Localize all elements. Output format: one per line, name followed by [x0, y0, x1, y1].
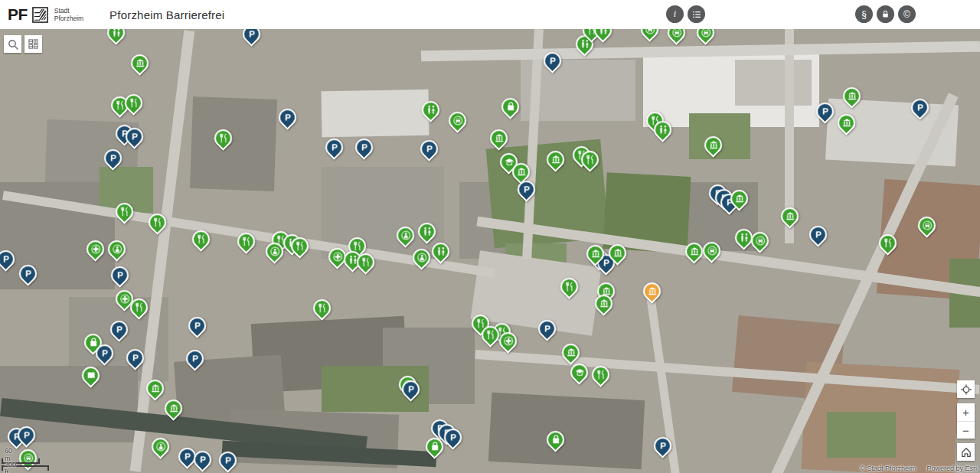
- parking-icon: P: [132, 354, 138, 363]
- info-button[interactable]: i: [666, 5, 684, 23]
- shopping-icon: [88, 338, 98, 347]
- parking-icon: P: [544, 325, 550, 334]
- imagery-patch: [190, 96, 277, 191]
- parking-icon: P: [248, 30, 254, 39]
- header-legal-links: § ©: [855, 5, 916, 23]
- search-icon: [7, 38, 19, 51]
- scale-imperial-label: 200 ft: [5, 461, 16, 473]
- museum-icon: [785, 211, 795, 221]
- education-icon: [574, 367, 584, 377]
- parking-icon: P: [24, 269, 31, 279]
- restaurant-icon: [596, 370, 606, 380]
- zoom-control: + −: [957, 403, 975, 439]
- museum-icon: [847, 91, 857, 101]
- museum-icon: [516, 167, 526, 177]
- parking-icon: P: [224, 456, 230, 465]
- parking-icon: P: [194, 321, 200, 331]
- museum-icon: [708, 140, 718, 150]
- shopping-icon: [550, 435, 560, 445]
- medical-icon: [90, 244, 100, 254]
- zoom-out-button[interactable]: −: [957, 421, 975, 439]
- restaurant-icon: [134, 302, 144, 312]
- parking-icon: P: [361, 143, 367, 152]
- wc-icon: [111, 29, 121, 38]
- search-button[interactable]: [4, 35, 21, 53]
- plus-icon: +: [962, 406, 969, 419]
- imagery-patch: [735, 60, 812, 106]
- basemap-button[interactable]: [24, 35, 42, 53]
- restaurant-icon: [564, 282, 574, 292]
- bus-icon: [707, 246, 717, 256]
- restaurant-icon: [317, 303, 327, 313]
- shopping-icon: [430, 442, 439, 452]
- restaurant-icon: [196, 234, 206, 244]
- scale-metric-label: 60 m: [5, 447, 12, 462]
- home-icon: [960, 446, 972, 458]
- map-canvas[interactable]: PPPPPPPPPPPPPPPPPPPPPPPPPPPPPPPPPPPPP + …: [0, 29, 980, 473]
- wc-icon: [426, 105, 436, 115]
- restaurant-icon: [485, 330, 495, 340]
- restaurant-icon: [119, 207, 129, 217]
- restaurant-icon: [361, 257, 371, 267]
- parking-icon: P: [426, 145, 432, 154]
- header-tools: i: [666, 5, 705, 23]
- parking-icon: P: [184, 452, 190, 462]
- parking-icon: P: [916, 103, 923, 113]
- parking-icon: P: [603, 259, 609, 268]
- logo-mark-icon: [32, 7, 48, 23]
- restaurant-icon: [295, 241, 305, 251]
- paragraph-icon: §: [861, 9, 867, 20]
- wc-icon: [739, 233, 749, 243]
- museum-icon: [550, 155, 560, 165]
- person-icon: [270, 246, 279, 256]
- museum-icon: [734, 194, 744, 204]
- museum-icon: [150, 383, 160, 393]
- parking-icon: P: [199, 455, 205, 465]
- lock-icon: [880, 9, 890, 19]
- parking-covered-icon: P: [116, 271, 122, 280]
- attribution-owner: © Stadt Pforzheim: [860, 465, 916, 472]
- restaurant-icon: [585, 155, 595, 165]
- museum-icon: [566, 347, 576, 357]
- museum-icon: [168, 403, 178, 413]
- shopping-icon: [505, 102, 515, 112]
- museum-icon: [647, 286, 657, 296]
- zoom-in-button[interactable]: +: [957, 403, 975, 421]
- museum-icon: [689, 246, 699, 256]
- restaurant-icon: [115, 100, 125, 110]
- parking-icon: P: [331, 143, 337, 152]
- wc-icon: [580, 39, 590, 49]
- privacy-button[interactable]: [877, 5, 894, 23]
- restaurant-icon: [352, 241, 362, 251]
- locate-button[interactable]: [957, 380, 975, 398]
- wc-icon: [422, 227, 432, 236]
- stadt-pforzheim-logo[interactable]: PF Stadt Pforzheim: [8, 5, 83, 24]
- parking-icon: P: [116, 325, 122, 334]
- imagery-patch: [321, 90, 429, 137]
- parking-icon: P: [284, 113, 290, 122]
- imprint-button[interactable]: ©: [898, 5, 916, 23]
- pforzheim-barrierefrei-app: PF Stadt Pforzheim Pforzheim Barrierefre…: [0, 0, 980, 473]
- person-icon: [400, 230, 410, 240]
- parking-icon: P: [131, 132, 137, 142]
- parking-icon: P: [23, 431, 29, 440]
- imagery-patch: [689, 113, 750, 159]
- legend-icon: [691, 9, 702, 20]
- medical-icon: [332, 252, 342, 262]
- parking-covered-icon: P: [822, 107, 828, 116]
- library-icon: [86, 370, 96, 380]
- parking-icon: P: [659, 442, 665, 451]
- home-button[interactable]: [957, 443, 975, 461]
- medical-icon: [119, 294, 129, 304]
- medical-icon: [503, 336, 513, 346]
- bus-icon: [452, 116, 462, 126]
- museum-icon: [612, 248, 622, 258]
- minus-icon: −: [962, 424, 969, 437]
- parking-icon: P: [2, 255, 8, 264]
- copyright-icon: ©: [903, 9, 910, 20]
- legal-button[interactable]: §: [855, 5, 873, 23]
- restaurant-icon: [218, 133, 228, 143]
- person-icon: [155, 442, 165, 452]
- legend-button[interactable]: [688, 5, 705, 23]
- restaurant-icon: [475, 318, 485, 328]
